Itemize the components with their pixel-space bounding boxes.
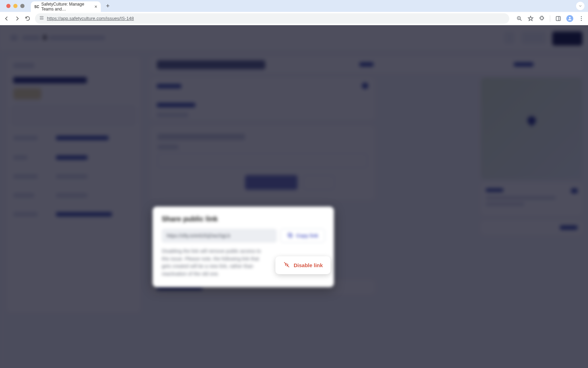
browser-chrome: SC SafetyCulture: Manage Teams and… × + …: [0, 0, 588, 25]
disable-link-label: Disable link: [294, 262, 323, 268]
disable-link-button[interactable]: Disable link: [275, 256, 330, 274]
close-tab-icon[interactable]: ×: [94, 4, 97, 9]
svg-point-5: [581, 16, 582, 17]
svg-rect-0: [40, 16, 43, 17]
profile-avatar[interactable]: [566, 15, 573, 22]
extensions-icon[interactable]: [539, 15, 545, 22]
favicon-icon: SC: [34, 4, 39, 9]
page-viewport: Share public link Copy link Disabling th…: [0, 25, 588, 368]
address-bar[interactable]: https://app.safetyculture.com/issues/IS-…: [35, 13, 509, 24]
tab-title: SafetyCulture: Manage Teams and…: [41, 2, 92, 12]
forward-button[interactable]: [14, 15, 20, 22]
site-settings-icon[interactable]: [39, 15, 44, 21]
sidepanel-icon[interactable]: [555, 15, 561, 22]
svg-point-7: [581, 20, 582, 21]
link-off-icon: [283, 261, 290, 269]
minimize-window-icon[interactable]: [13, 4, 18, 8]
url-text: https://app.safetyculture.com/issues/IS-…: [47, 16, 134, 21]
window-controls: [3, 4, 28, 8]
browser-toolbar: https://app.safetyculture.com/issues/IS-…: [0, 12, 588, 25]
svg-point-4: [569, 17, 571, 19]
svg-rect-1: [40, 19, 43, 19]
new-tab-button[interactable]: +: [103, 1, 113, 11]
toolbar-actions: [516, 15, 584, 22]
tab-overflow-button[interactable]: [576, 2, 584, 10]
kebab-menu-icon[interactable]: [578, 15, 584, 22]
svg-rect-3: [556, 16, 560, 21]
svg-point-6: [581, 18, 582, 19]
toolbar-divider: [550, 15, 550, 22]
bookmark-icon[interactable]: [527, 15, 534, 22]
back-button[interactable]: [4, 15, 10, 22]
tab-bar: SC SafetyCulture: Manage Teams and… × +: [0, 0, 588, 12]
reload-button[interactable]: [24, 15, 31, 22]
close-window-icon[interactable]: [6, 4, 10, 8]
modal-backdrop[interactable]: [0, 25, 588, 368]
zoom-icon[interactable]: [516, 15, 523, 22]
browser-tab[interactable]: SC SafetyCulture: Manage Teams and… ×: [31, 1, 101, 12]
maximize-window-icon[interactable]: [20, 4, 24, 8]
